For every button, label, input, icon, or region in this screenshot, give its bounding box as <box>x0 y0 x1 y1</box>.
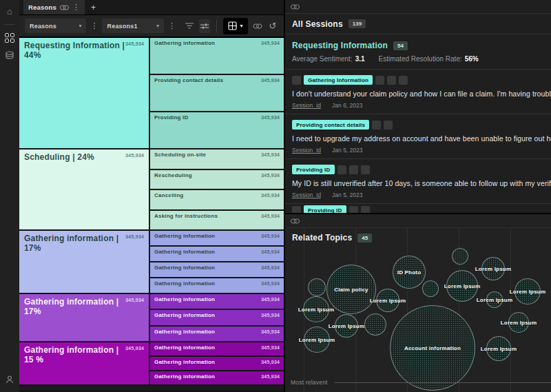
session-id-link[interactable]: Session_Id <box>292 192 321 198</box>
treemap-cell-label: Scheduling | 24% <box>24 152 94 162</box>
topic-bubble-label: Lorem Ipsum <box>477 297 512 303</box>
chip-placeholder[interactable] <box>361 165 370 174</box>
topic-bubble[interactable] <box>452 248 468 265</box>
rail-divider <box>4 24 15 25</box>
treemap-sub-cell[interactable]: Asking for instructions345,934 <box>150 211 284 230</box>
chip-placeholder[interactable] <box>384 121 393 130</box>
topic-bubble[interactable] <box>308 278 326 296</box>
sliders-icon[interactable] <box>199 19 210 33</box>
treemap-sub-cell[interactable]: Gathering information345,934 <box>150 342 284 355</box>
treemap-sub-cell[interactable]: Scheduling on-site345,934 <box>150 149 284 169</box>
session-id-link[interactable]: Session_Id <box>292 147 321 154</box>
treemap-sub-label: Asking for instructions <box>154 213 218 219</box>
topic-bubble[interactable]: Lorem Ipsum <box>376 289 399 312</box>
treemap-main-cell[interactable]: Gathering information | 15 %345,934 <box>19 342 149 384</box>
treemap-sub-cell[interactable]: Providing ID345,934 <box>150 112 284 148</box>
treemap-sub-cell[interactable]: Gathering information345,934 <box>150 278 284 293</box>
topic-bubble[interactable]: Account information <box>390 305 475 391</box>
treemap-sub-cell[interactable]: Gathering information345,934 <box>150 294 284 309</box>
treemap-sub-cell[interactable]: Cancelling345,934 <box>150 190 284 209</box>
topic-bubble[interactable]: Lorem Ipsum <box>486 336 511 361</box>
topic-bubble[interactable]: Lorem Ipsum <box>486 291 503 308</box>
treemap-cell-value: 345,934 <box>125 345 144 351</box>
treemap-sub-cell[interactable]: Rescheduling345,934 <box>150 170 284 189</box>
database-icon[interactable] <box>5 51 14 61</box>
relevance-axis: Most relavent Least relavent <box>291 379 551 386</box>
treemap-sub-cell[interactable]: Providing contact details345,934 <box>150 75 284 111</box>
treemap-sub-cell[interactable]: Gathering information345,934 <box>150 371 284 384</box>
topic-bubble-label: Lorem Ipsum <box>298 307 334 313</box>
topic-bubble[interactable]: ID Photo <box>393 256 426 289</box>
chip-placeholder[interactable] <box>337 165 346 174</box>
treemap-sub-cell[interactable]: Gathering information345,934 <box>150 262 284 277</box>
session-message: I don't understand your claim policy and… <box>292 90 551 98</box>
topic-chip[interactable]: Providing ID <box>304 205 346 213</box>
filter-icon[interactable] <box>184 19 195 33</box>
treemap-main-cell[interactable]: Gathering information | 17%345,934 <box>19 231 149 293</box>
treemap-sub-cell[interactable]: Gathering information345,934 <box>150 231 284 245</box>
gridline <box>510 228 511 392</box>
reasons1-dropdown[interactable]: Reasons1 ▾ <box>102 19 163 33</box>
treemap-main-cell[interactable]: Scheduling | 24%345,934 <box>19 149 149 229</box>
reset-rotate-icon[interactable]: ↺ <box>267 19 278 33</box>
resolution-rate-value: 56% <box>465 55 479 63</box>
treemap-sub-cell[interactable]: Gathering information345,934 <box>150 38 284 74</box>
topic-bubble[interactable]: Lorem Ipsum <box>514 278 541 305</box>
session-id-link[interactable]: Session_Id <box>292 102 321 109</box>
topic-bubble[interactable]: Lorem Ipsum <box>508 312 529 333</box>
session-card[interactable]: Providing ID My ID is still unverified a… <box>285 159 551 204</box>
chip-placeholder[interactable] <box>349 165 358 174</box>
chip-placeholder[interactable] <box>349 206 358 214</box>
treemap-sub-cell[interactable]: Gathering information345,934 <box>150 247 284 261</box>
topic-bubble[interactable]: Lorem Ipsum <box>481 257 505 280</box>
chip-placeholder[interactable] <box>292 206 301 214</box>
session-message: My ID is still unverified after 10 days,… <box>292 179 551 187</box>
layout-grid-button[interactable]: ▾ <box>223 18 248 34</box>
chip-placeholder[interactable] <box>292 76 301 85</box>
topic-chip[interactable]: Gathering Information <box>304 75 373 85</box>
dashboard-grid-icon[interactable] <box>5 33 14 43</box>
chip-placeholder[interactable] <box>372 121 381 130</box>
chip-placeholder[interactable] <box>375 76 384 85</box>
chip-placeholder[interactable] <box>361 206 370 214</box>
session-card[interactable]: Providing contact details I need to upgr… <box>285 114 551 159</box>
tab-kebab-icon[interactable]: ⋮ <box>72 3 80 11</box>
topic-chip[interactable]: Providing ID <box>292 165 335 174</box>
topic-bubble[interactable]: Lorem Ipsum <box>304 327 330 353</box>
all-sessions-title: All Sessions <box>292 19 343 29</box>
chip-placeholder[interactable] <box>399 76 408 85</box>
topic-bubble[interactable] <box>422 280 439 297</box>
link-icon[interactable] <box>291 218 300 224</box>
user-icon[interactable] <box>5 375 14 385</box>
tab-reasons[interactable]: Reasons ⋮ <box>23 0 85 14</box>
treemap-sub-value: 345,934 <box>261 233 280 239</box>
treemap-sub-cell[interactable]: Gathering information345,934 <box>150 357 284 370</box>
reasons-dropdown[interactable]: Reasons ▾ <box>25 19 86 33</box>
treemap-main-cell[interactable]: Requesting Information | 44%345,934 <box>19 38 149 148</box>
treemap-sub-cell[interactable]: Gathering information345,934 <box>150 327 284 341</box>
session-card-partial[interactable]: Providing ID <box>285 204 551 213</box>
link-icon[interactable] <box>252 19 263 33</box>
topic-chip[interactable]: Providing contact details <box>292 120 369 130</box>
topic-bubble[interactable]: Lorem Ipsum <box>335 314 358 338</box>
home-icon[interactable]: ⌂ <box>7 7 12 16</box>
link-icon[interactable] <box>291 4 300 10</box>
dropdown1-kebab-icon[interactable]: ⋮ <box>90 22 98 30</box>
treemap-sub-value: 345,934 <box>261 77 280 83</box>
treemap-sub-value: 345,934 <box>261 40 280 46</box>
chip-placeholder[interactable] <box>387 76 396 85</box>
dropdown2-kebab-icon[interactable]: ⋮ <box>168 22 176 30</box>
topic-bubble-label: Lorem Ipsum <box>329 323 364 329</box>
treemap-sub-cell[interactable]: Gathering information345,934 <box>150 310 284 324</box>
treemap-main-cell[interactable]: Gathering information | 17%345,934 <box>19 294 149 341</box>
topic-bubble[interactable]: Lorem Ipsum <box>446 270 478 302</box>
topic-bubble-label: Account information <box>404 345 461 351</box>
topic-bubble[interactable] <box>364 313 386 336</box>
reasons-dropdown-value: Reasons <box>30 23 79 30</box>
topic-bubble[interactable]: Lorem Ipsum <box>303 296 329 322</box>
stats-row: Average Sentiment: 3.1 Estimated Resolut… <box>285 52 551 70</box>
session-card[interactable]: Gathering Information I don't understand… <box>285 70 551 114</box>
treemap-sub-label: Gathering information <box>154 265 215 271</box>
add-tab-button[interactable]: + <box>91 3 96 12</box>
session-date: Jan 5, 2023 <box>332 147 362 154</box>
